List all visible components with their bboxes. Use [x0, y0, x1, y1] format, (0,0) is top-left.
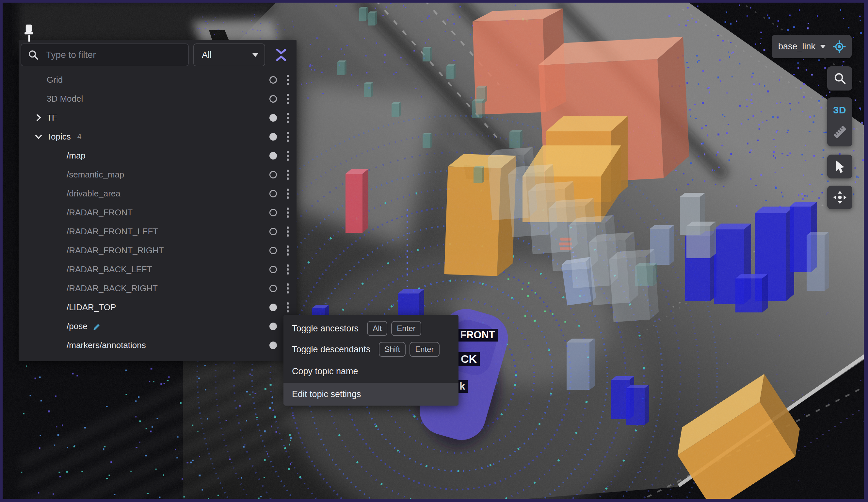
select-tool-button[interactable]: [827, 154, 852, 179]
tree-row-radar-back-right[interactable]: /RADAR_BACK_RIGHT: [19, 279, 297, 298]
search-icon: [834, 72, 846, 85]
tree-row-label: /pose: [66, 321, 87, 331]
tree-row-label: /semantic_map: [66, 170, 124, 180]
measure-ruler-icon[interactable]: [833, 124, 847, 140]
visibility-toggle[interactable]: [269, 323, 277, 330]
kbd-shift: Shift: [379, 342, 406, 357]
collapse-all-icon: [274, 47, 288, 62]
edit-pencil-icon: [93, 322, 102, 331]
tree-row-label: /RADAR_FRONT: [66, 208, 133, 218]
visibility-toggle[interactable]: [269, 285, 277, 292]
row-menu-button[interactable]: [282, 208, 293, 218]
visibility-toggle[interactable]: [269, 171, 277, 179]
tree-row-radar-front-right[interactable]: /RADAR_FRONT_RIGHT: [19, 241, 297, 260]
filter-box: [21, 43, 189, 66]
toggle-3d-button[interactable]: 3D: [833, 104, 846, 116]
menu-item-label: Edit topic settings: [292, 389, 361, 399]
row-menu-button[interactable]: [282, 113, 293, 123]
row-menu-button[interactable]: [282, 302, 293, 312]
tree-row-label: Topics: [47, 132, 71, 142]
tree-row-label: /drivable_area: [66, 189, 121, 199]
tree-row-label: /markers/annotations: [66, 340, 146, 350]
chevron-right-icon[interactable]: [34, 113, 47, 122]
search-icon: [28, 49, 39, 60]
visibility-toggle[interactable]: [269, 228, 277, 235]
view-mode-group: 3D: [827, 97, 852, 147]
display-frame-picker[interactable]: base_link: [772, 35, 852, 58]
tf-label-back: CK: [458, 352, 480, 366]
chevron-down-icon: [252, 53, 259, 57]
row-menu-button[interactable]: [282, 227, 293, 237]
visibility-toggle[interactable]: [269, 209, 277, 217]
row-menu-button[interactable]: [282, 189, 293, 199]
menu-item-toggle-descendants[interactable]: Toggle descendants Shift Enter: [283, 339, 458, 360]
row-menu-button[interactable]: [282, 94, 293, 104]
tree-row-grid[interactable]: Grid: [19, 70, 297, 89]
chevron-down-icon: [820, 45, 826, 48]
kbd-enter: Enter: [410, 342, 439, 357]
tree-row-radar-front-left[interactable]: /RADAR_FRONT_LEFT: [19, 222, 297, 241]
tree-row-label: /RADAR_BACK_RIGHT: [66, 283, 158, 293]
topic-tree-panel: All Grid 3D Model TF: [19, 40, 297, 361]
visibility-toggle[interactable]: [269, 342, 277, 349]
visibility-toggle[interactable]: [269, 304, 277, 311]
tree-row-3d-model[interactable]: 3D Model: [19, 89, 297, 108]
menu-item-edit-topic-settings[interactable]: Edit topic settings: [283, 383, 458, 405]
tree-row-tf[interactable]: TF: [19, 108, 297, 127]
visibility-toggle[interactable]: [269, 76, 277, 84]
tree-row-drivable-area[interactable]: /drivable_area: [19, 184, 297, 203]
visibility-toggle[interactable]: [269, 266, 277, 273]
row-menu-button[interactable]: [282, 264, 293, 274]
filter-kind-value: All: [202, 50, 252, 60]
topic-tree: Grid 3D Model TF Topics 4: [19, 70, 297, 354]
menu-item-label: Toggle descendants: [292, 344, 370, 354]
tree-row-label: /map: [66, 151, 85, 161]
visibility-toggle[interactable]: [269, 152, 277, 160]
tree-row-radar-back-left[interactable]: /RADAR_BACK_LEFT: [19, 260, 297, 279]
menu-item-copy-topic-name[interactable]: Copy topic name: [283, 360, 458, 383]
tree-row-pose[interactable]: /pose: [19, 317, 297, 336]
focus-camera-icon[interactable]: [832, 40, 846, 54]
row-menu-button[interactable]: [282, 132, 293, 142]
filter-input[interactable]: [45, 45, 188, 65]
row-menu-button[interactable]: [282, 151, 293, 161]
filter-kind-select[interactable]: All: [193, 43, 265, 66]
visibility-toggle[interactable]: [269, 247, 277, 254]
topic-context-menu: Toggle ancestors Alt Enter Toggle descen…: [283, 315, 458, 405]
menu-item-label: Copy topic name: [292, 367, 358, 376]
kbd-enter: Enter: [391, 321, 421, 336]
cursor-pointer-icon: [834, 160, 846, 173]
tree-row-semantic-map[interactable]: /semantic_map: [19, 165, 297, 184]
menu-item-label: Toggle ancestors: [292, 323, 359, 334]
pan-tool-button[interactable]: [827, 185, 852, 209]
tree-row-label: /LIDAR_TOP: [66, 302, 116, 312]
visibility-toggle[interactable]: [269, 133, 277, 141]
move-arrows-icon: [833, 190, 847, 204]
chevron-down-icon[interactable]: [34, 132, 47, 141]
tree-row-label: Grid: [47, 75, 63, 85]
tree-row-label: 3D Model: [47, 94, 83, 104]
scene-search-button[interactable]: [827, 66, 852, 91]
visibility-toggle[interactable]: [269, 114, 277, 122]
tree-row-label: /RADAR_BACK_LEFT: [66, 264, 152, 274]
tree-row-radar-front[interactable]: /RADAR_FRONT: [19, 203, 297, 222]
display-frame-value: base_link: [778, 41, 815, 52]
tree-row-label: /RADAR_FRONT_RIGHT: [66, 245, 164, 255]
collapse-all-button[interactable]: [270, 43, 292, 66]
tf-label-front: FRONT: [457, 329, 498, 342]
row-menu-button[interactable]: [282, 245, 293, 255]
row-menu-button[interactable]: [282, 170, 293, 180]
tree-row-topics[interactable]: Topics 4: [19, 127, 297, 146]
visibility-toggle[interactable]: [269, 95, 277, 103]
visibility-toggle[interactable]: [269, 190, 277, 198]
tree-row-lidar-top[interactable]: /LIDAR_TOP: [19, 298, 297, 317]
menu-item-toggle-ancestors[interactable]: Toggle ancestors Alt Enter: [283, 318, 458, 339]
topic-count-badge: 4: [78, 132, 82, 141]
tree-row-map[interactable]: /map: [19, 146, 297, 165]
filter-bar: All: [19, 40, 297, 66]
pin-panel-icon[interactable]: [23, 23, 35, 44]
row-menu-button[interactable]: [282, 75, 293, 85]
tree-row-markers-annotations[interactable]: /markers/annotations: [19, 336, 297, 354]
row-menu-button[interactable]: [282, 283, 293, 293]
tree-row-label: TF: [47, 113, 57, 123]
